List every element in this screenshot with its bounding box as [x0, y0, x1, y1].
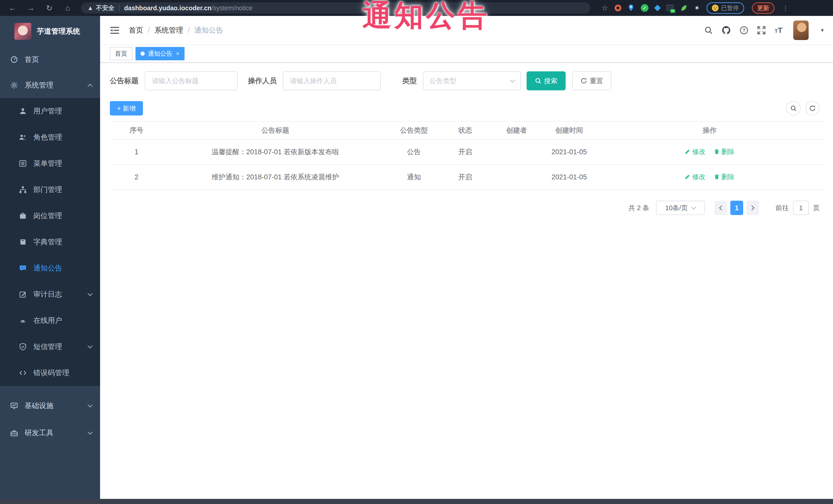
type-filter-select[interactable]: 公告类型: [423, 71, 521, 90]
tab-home[interactable]: 首页: [110, 47, 133, 60]
fullscreen-icon[interactable]: [757, 26, 766, 34]
avatar[interactable]: [793, 21, 809, 40]
sidebar-item-infrastructure[interactable]: 基础设施: [0, 392, 100, 419]
sidebar-item-online-users[interactable]: 在线用户: [0, 307, 100, 334]
delete-button[interactable]: 删除: [714, 172, 735, 182]
paw-extension-icon[interactable]: ✶: [694, 4, 700, 12]
orange-extension-icon[interactable]: [615, 5, 621, 11]
col-status: 状态: [441, 121, 490, 139]
trash-icon: [714, 149, 720, 155]
home-icon[interactable]: ⌂: [62, 2, 74, 14]
reload-icon[interactable]: ↻: [43, 2, 55, 14]
search-button[interactable]: 搜索: [527, 71, 566, 90]
paused-badge[interactable]: 已暂停: [707, 2, 744, 14]
breadcrumb: 首页 / 系统管理 / 通知公告: [129, 25, 223, 35]
switchy-extension-icon[interactable]: on: [666, 5, 674, 11]
sidebar-item-notices[interactable]: 通知公告: [0, 255, 100, 281]
tab-close-icon[interactable]: ×: [176, 51, 180, 56]
green-extension-icon[interactable]: ✓: [641, 4, 648, 12]
title-filter-input[interactable]: [145, 71, 238, 90]
sidebar-toggle-icon[interactable]: [110, 26, 120, 34]
online-users-icon: [19, 317, 27, 325]
url-host: dashboard.yudao.iocoder.cn: [124, 4, 211, 12]
notice-bubble-icon: [19, 264, 27, 272]
app-logo: [15, 23, 31, 40]
emoji-face-icon: [712, 5, 718, 11]
sidebar-item-posts[interactable]: 岗位管理: [0, 203, 100, 229]
sms-shield-icon: [19, 343, 27, 351]
app-logo-row[interactable]: 芋道管理系统: [0, 16, 100, 47]
sidebar-item-error-codes[interactable]: 错误码管理: [0, 360, 100, 386]
address-bar[interactable]: ▲ 不安全 dashboard.yudao.iocoder.cn /system…: [81, 2, 590, 14]
search-icon[interactable]: [704, 26, 713, 34]
sidebar-item-users[interactable]: 用户管理: [0, 98, 100, 124]
operator-filter-input[interactable]: [283, 71, 381, 90]
tab-notices[interactable]: 通知公告 ×: [136, 47, 185, 60]
pagination-total: 共 2 条: [628, 203, 649, 213]
edit-pencil-icon: [684, 174, 691, 180]
table-header-row: 序号 公告标题 公告类型 状态 创建者 创建时间 操作: [110, 121, 824, 139]
warning-icon: ▲: [87, 4, 93, 11]
col-creator: 创建者: [490, 121, 543, 139]
paused-label: 已暂停: [721, 4, 739, 12]
infrastructure-icon: [10, 402, 18, 410]
leaf-extension-icon[interactable]: [680, 4, 688, 11]
chevron-up-icon: [88, 83, 93, 89]
map-pin-extension-icon[interactable]: [628, 4, 634, 12]
reset-button[interactable]: 重置: [572, 71, 611, 90]
prev-page-button[interactable]: [714, 201, 727, 215]
delete-button[interactable]: 删除: [714, 147, 735, 156]
url-path: /system/notice: [211, 4, 253, 12]
add-button[interactable]: + 新增: [110, 101, 143, 116]
bookmark-star-icon[interactable]: ☆: [601, 4, 608, 12]
back-icon[interactable]: ←: [6, 2, 19, 14]
col-actions: 操作: [595, 121, 824, 139]
active-tab-dot: [141, 52, 145, 56]
org-tree-icon: [19, 186, 27, 193]
edit-button[interactable]: 修改: [684, 147, 706, 156]
filter-form: 公告标题 操作人员 类型 公告类型 搜索 重置: [110, 71, 824, 90]
col-index: 序号: [110, 121, 163, 139]
browser-chrome: ← → ↻ ⌂ ▲ 不安全 dashboard.yudao.iocoder.cn…: [0, 0, 833, 16]
table-toolbar: + 新增: [110, 101, 824, 116]
toggle-search-button[interactable]: [786, 101, 801, 116]
update-button[interactable]: 更新: [752, 2, 775, 14]
goto-page-input[interactable]: [793, 201, 809, 215]
sidebar-item-roles[interactable]: 角色管理: [0, 124, 100, 150]
chevron-down-icon: [88, 402, 93, 408]
sidebar-item-dev-tools[interactable]: 研发工具: [0, 419, 100, 447]
main-header: 首页 / 系统管理 / 通知公告 ? TT ▾: [100, 16, 833, 45]
sidebar-item-dicts[interactable]: 字典管理: [0, 229, 100, 255]
chevron-down-icon: [88, 343, 93, 349]
breadcrumb-home[interactable]: 首页: [129, 25, 143, 35]
type-filter-label: 类型: [402, 76, 417, 86]
app-title: 芋道管理系统: [37, 26, 80, 36]
diamond-extension-icon[interactable]: [654, 5, 661, 11]
sidebar-item-audit-log[interactable]: 审计日志: [0, 281, 100, 307]
error-code-icon: [19, 369, 27, 377]
page-size-select[interactable]: 10条/页: [656, 201, 705, 215]
forward-icon[interactable]: →: [25, 2, 37, 14]
font-size-icon[interactable]: TT: [775, 26, 782, 34]
sidebar-item-menus[interactable]: 菜单管理: [0, 150, 100, 176]
notice-title: 维护通知：2018-07-01 若依系统凌晨维护: [163, 165, 387, 190]
extensions-row: ☆ ✓ on ✶ 已暂停 更新 ⋮: [601, 2, 793, 14]
browser-menu-icon[interactable]: ⋮: [782, 4, 789, 12]
page-number-current[interactable]: 1: [730, 201, 743, 215]
refresh-table-button[interactable]: [805, 101, 820, 116]
content-area: 公告标题 操作人员 类型 公告类型 搜索 重置: [100, 63, 833, 499]
sidebar-item-departments[interactable]: 部门管理: [0, 176, 100, 203]
caret-down-icon[interactable]: ▾: [821, 27, 824, 33]
sidebar-item-system[interactable]: 系统管理: [0, 72, 100, 98]
trash-icon: [714, 174, 720, 180]
help-icon[interactable]: ?: [740, 26, 748, 34]
edit-button[interactable]: 修改: [684, 172, 706, 182]
breadcrumb-system[interactable]: 系统管理: [154, 25, 183, 35]
next-page-button[interactable]: [746, 201, 759, 215]
sidebar-item-sms[interactable]: 短信管理: [0, 334, 100, 360]
sidebar-item-home[interactable]: 首页: [0, 47, 100, 72]
search-icon: [535, 77, 542, 84]
github-icon[interactable]: [722, 26, 731, 35]
chevron-down-icon: [691, 205, 696, 210]
dashboard-icon: [10, 56, 18, 64]
